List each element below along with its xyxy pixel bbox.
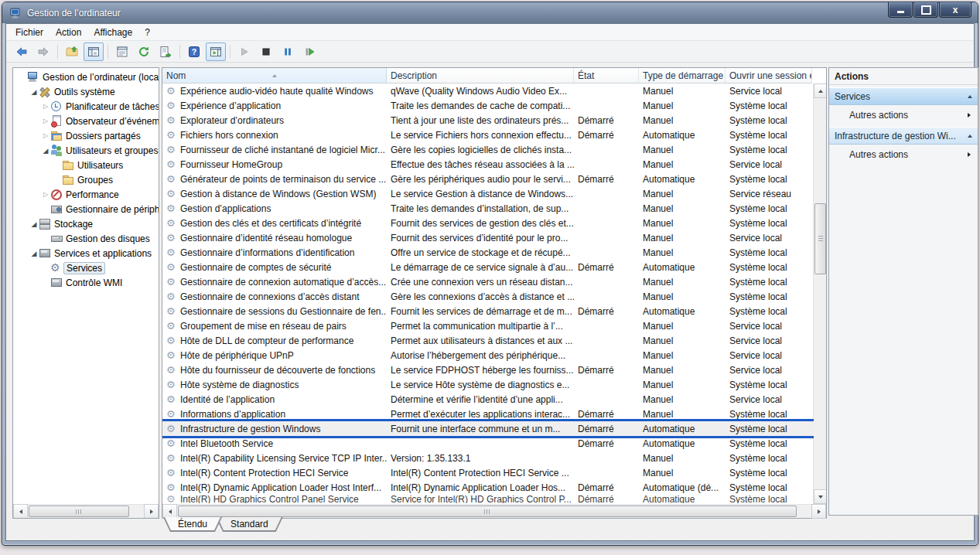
tree-item-gestion-des-disques[interactable]: Gestion des disques [13,231,159,246]
menu-item-fichier[interactable]: Fichier [9,26,50,39]
service-row-intel-r-content-protection-heci-service[interactable]: ⚙Intel(R) Content Protection HECI Servic… [162,465,814,480]
service-row-identite-de-l-application[interactable]: ⚙Identité de l’applicationDétermine et v… [162,392,814,407]
console-tree-toggle[interactable] [84,43,104,61]
collapsed-expander-icon[interactable]: ▷ [41,132,50,139]
service-row-intel-r-hd-graphics-control-panel-service[interactable]: ⚙Intel(R) HD Graphics Control Panel Serv… [162,495,814,503]
tree-item-gestionnaire-de-peripheriques[interactable]: Gestionnaire de périphériques [13,202,159,216]
properties-button[interactable] [112,43,132,61]
tree-item-stockage[interactable]: ◢Stockage [13,216,159,231]
service-row-intel-r-dynamic-application-loader-host-interf[interactable]: ⚙Intel(R) Dynamic Application Loader Hos… [162,480,814,495]
column-header-type-de-demarrage[interactable]: Type de démarrage [639,68,726,83]
action-pane-toggle[interactable] [206,43,226,61]
service-row-fournisseur-homegroup[interactable]: ⚙Fournisseur HomeGroupEffectue des tâche… [162,157,814,172]
actions-item-autres-actions[interactable]: Autres actions [829,145,978,164]
menu-item-help[interactable]: ? [138,26,156,39]
service-row-intel-r-capability-licensing-service-tcp-ip-inter[interactable]: ⚙Intel(R) Capability Licensing Service T… [162,451,814,465]
tree-item-groupes[interactable]: Groupes [13,172,159,187]
scrollbar-thumb[interactable] [814,203,826,274]
service-row-hote-de-peripherique-upnp[interactable]: ⚙Hôte de périphérique UPnPAutorise l’héb… [162,348,814,363]
service-gear-icon: ⚙ [166,408,178,420]
service-row-gestionnaire-d-informations-d-identification[interactable]: ⚙Gestionnaire d’informations d’identific… [162,245,814,260]
scroll-down-button[interactable] [814,489,826,504]
service-row-experience-audio-video-haute-qualite-windows[interactable]: ⚙Expérience audio-vidéo haute qualité Wi… [162,83,814,98]
menu-item-action[interactable]: Action [50,26,87,39]
expanded-expander-icon[interactable]: ◢ [29,88,39,96]
list-vertical-scrollbar[interactable] [813,83,826,504]
expanded-expander-icon[interactable]: ◢ [41,147,50,155]
forward-button[interactable] [33,43,53,61]
up-level-button[interactable] [62,43,82,61]
refresh-button[interactable] [134,43,154,61]
column-header-nom[interactable]: Nom [162,68,387,83]
service-gear-icon: ⚙ [166,261,178,273]
scroll-up-button[interactable] [814,83,826,98]
tree-item-outils-systeme[interactable]: ◢Outils système [13,84,159,99]
scroll-right-button[interactable] [144,504,159,519]
service-row-fichiers-hors-connexion[interactable]: ⚙Fichiers hors connexionLe service Fichi… [162,128,814,142]
scroll-left-button[interactable] [13,504,28,519]
tree-item-planificateur-de-taches[interactable]: ▷Planificateur de tâches [13,99,159,114]
service-row-hote-de-dll-de-compteur-de-performance[interactable]: ⚙Hôte de DLL de compteur de performanceP… [162,333,814,348]
expanded-expander-icon[interactable]: ◢ [29,220,39,228]
title-bar[interactable]: Gestion de l’ordinateur x [2,2,978,23]
start-service-button[interactable] [234,43,254,61]
scroll-right-button[interactable] [811,504,826,519]
back-button[interactable] [12,43,32,61]
tree-horizontal-scrollbar[interactable] [13,504,159,518]
tree-item-utilisateurs-et-groupes-locaux[interactable]: ◢Utilisateurs et groupes locaux [13,143,159,158]
service-row-gestionnaire-de-comptes-de-securite[interactable]: ⚙Gestionnaire de comptes de sécuritéLe d… [162,260,814,274]
pause-service-button[interactable] [278,43,298,61]
actions-item-autres-actions[interactable]: Autres actions [829,105,978,124]
stop-service-button[interactable] [256,43,276,61]
service-row-gestion-des-cles-et-des-certificats-d-integrite[interactable]: ⚙Gestion des clés et des certificats d’i… [162,216,814,230]
maximize-button[interactable] [913,2,938,18]
tree-item-services-et-applications[interactable]: ◢Services et applications [13,246,159,260]
service-row-hote-systeme-de-diagnostics[interactable]: ⚙Hôte système de diagnosticsLe service H… [162,377,814,392]
tree-item-performance[interactable]: ▷Performance [13,187,159,202]
scrollbar-thumb[interactable] [29,506,129,517]
service-row-gestionnaire-de-connexion-automatique-d-acces[interactable]: ⚙Gestionnaire de connexion automatique d… [162,274,814,289]
service-row-hote-du-fournisseur-de-decouverte-de-fonctions[interactable]: ⚙Hôte du fournisseur de découverte de fo… [162,363,814,377]
restart-service-button[interactable] [299,43,319,61]
service-row-intel-bluetooth-service[interactable]: ⚙Intel Bluetooth ServiceDémarréAutomatiq… [162,436,814,451]
column-header-description[interactable]: Description [387,68,574,83]
scrollbar-track[interactable] [28,505,144,518]
column-header-ouvrir-une-session-e[interactable]: Ouvrir une session e [726,68,812,83]
collapsed-expander-icon[interactable]: ▷ [41,191,50,198]
service-description-cell: Traite les demandes de cache de compati.… [387,98,574,113]
scrollbar-track[interactable] [177,505,811,518]
service-row-informations-d-application[interactable]: ⚙Informations d’applicationPermet d’exéc… [162,407,814,421]
service-row-experience-d-application[interactable]: ⚙Expérience d’applicationTraite les dema… [162,98,814,113]
help-button[interactable]: ? [184,43,204,61]
service-row-gestionnaire-d-identite-reseau-homologue[interactable]: ⚙Gestionnaire d’identité réseau homologu… [162,230,814,245]
service-row-gestionnaire-de-sessions-du-gestionnaire-de-fen[interactable]: ⚙Gestionnaire de sessions du Gestionnair… [162,304,814,318]
service-row-infrastructure-de-gestion-windows[interactable]: ⚙Infrastructure de gestion WindowsFourni… [162,421,814,436]
tree-item-services[interactable]: Services [13,260,159,275]
tree-item-observateur-d-evenements[interactable]: ▷Observateur d’événements [13,114,159,128]
scrollbar-thumb[interactable] [178,506,797,517]
actions-section-header-services[interactable]: Services [829,87,978,105]
collapsed-expander-icon[interactable]: ▷ [41,117,50,124]
service-row-gestion-d-applications[interactable]: ⚙Gestion d’applicationsTraite les demand… [162,201,814,216]
service-row-gestion-a-distance-de-windows-gestion-wsm[interactable]: ⚙Gestion à distance de Windows (Gestion … [162,186,814,201]
column-header-etat[interactable]: État [574,68,639,83]
service-row-explorateur-d-ordinateurs[interactable]: ⚙Explorateur d’ordinateursTient à jour u… [162,113,814,128]
service-row-groupement-de-mise-en-reseau-de-pairs[interactable]: ⚙Groupement de mise en réseau de pairsPe… [162,318,814,333]
collapsed-expander-icon[interactable]: ▷ [41,103,50,110]
list-horizontal-scrollbar[interactable] [162,504,826,518]
tab-etendu[interactable]: Étendu [163,517,222,532]
minimize-button[interactable] [888,2,913,18]
service-row-generateur-de-points-de-terminaison-du-service[interactable]: ⚙Générateur de points de terminaison du … [162,172,814,186]
tree-item-dossiers-partages[interactable]: ▷Dossiers partagés [13,128,159,143]
actions-section-header-infrastructure-de-gestion-wi[interactable]: Infrastructure de gestion Wi... [829,127,978,145]
tree-item-controle-wmi[interactable]: Contrôle WMI [13,275,159,290]
tree-item-gestion-de-l-ordinateur-local[interactable]: Gestion de l’ordinateur (local) [13,70,159,84]
close-button[interactable]: x [939,2,971,18]
export-list-button[interactable] [155,43,176,61]
services-list: ⚙Expérience audio-vidéo haute qualité Wi… [162,83,814,504]
service-row-gestionnaire-de-connexions-d-acces-distant[interactable]: ⚙Gestionnaire de connexions d’accès dist… [162,289,814,304]
service-row-fournisseur-de-cliche-instantane-de-logiciel-micr[interactable]: ⚙Fournisseur de cliché instantané de log… [162,142,814,157]
tree-item-utilisateurs[interactable]: Utilisateurs [13,158,159,172]
expanded-expander-icon[interactable]: ◢ [29,250,39,257]
menu-item-affichage[interactable]: Affichage [87,26,138,39]
